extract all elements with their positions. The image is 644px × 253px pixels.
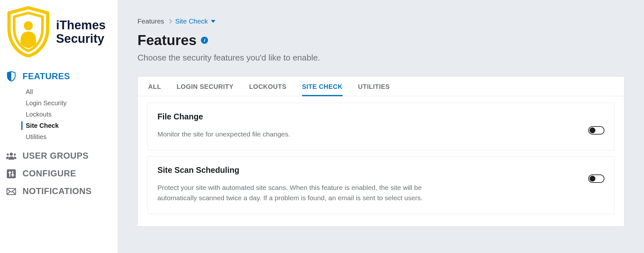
shield-icon: [6, 71, 17, 82]
brand-line2: Security: [56, 32, 106, 46]
breadcrumb-root[interactable]: Features: [137, 17, 164, 25]
brand-logo: iThemes Security: [6, 4, 112, 67]
breadcrumb-current-label: Site Check: [175, 17, 208, 25]
page-subtitle: Choose the security features you'd like …: [137, 53, 634, 63]
brand-line1: iThemes: [56, 19, 106, 32]
sliders-icon: [6, 169, 17, 178]
svg-point-1: [10, 153, 13, 156]
toggle-knob: [590, 176, 595, 182]
sidebar-item-lockouts[interactable]: Lockouts: [26, 109, 112, 120]
nav-section-configure[interactable]: CONFIGURE: [6, 165, 112, 183]
card-file-change: File Change Monitor the site for unexpec…: [147, 103, 614, 150]
main-content: Features Site Check Features i Choose th…: [118, 0, 644, 253]
brand-name: iThemes Security: [56, 19, 106, 46]
nav-section-label: CONFIGURE: [23, 169, 76, 179]
tab-site-check[interactable]: SITE CHECK: [302, 77, 343, 96]
toggle-knob: [590, 127, 595, 133]
svg-point-3: [14, 153, 16, 155]
features-sublist: All Login Security Lockouts Site Check U…: [6, 86, 112, 143]
card-title: Site Scan Scheduling: [157, 165, 581, 175]
tab-lockouts[interactable]: LOCKOUTS: [249, 77, 286, 96]
nav-section-user-groups[interactable]: USER GROUPS: [6, 147, 112, 165]
svg-rect-7: [8, 172, 11, 173]
feature-cards: File Change Monitor the site for unexpec…: [138, 96, 624, 226]
page-header: Features i: [137, 32, 634, 48]
breadcrumb: Features Site Check: [137, 17, 634, 25]
tab-all[interactable]: ALL: [148, 77, 161, 96]
sidebar-item-login-security[interactable]: Login Security: [26, 98, 112, 109]
sidebar-item-utilities[interactable]: Utilities: [26, 131, 112, 143]
sidebar-item-all[interactable]: All: [26, 86, 112, 98]
page-title: Features: [137, 32, 196, 48]
card-description: Protect your site with automated site sc…: [157, 183, 460, 203]
svg-rect-6: [12, 171, 13, 177]
features-panel: ALL LOGIN SECURITY LOCKOUTS SITE CHECK U…: [137, 76, 624, 227]
breadcrumb-current[interactable]: Site Check: [175, 17, 216, 25]
nav-section-label: NOTIFICATIONS: [23, 186, 91, 196]
tab-login-security[interactable]: LOGIN SECURITY: [176, 77, 233, 96]
envelope-icon: [6, 188, 17, 195]
svg-rect-8: [11, 174, 14, 175]
card-description: Monitor the site for unexpected file cha…: [157, 129, 460, 140]
card-body: Site Scan Scheduling Protect your site w…: [157, 165, 581, 203]
users-icon: [6, 152, 17, 161]
nav-section-features[interactable]: FEATURES: [6, 67, 112, 86]
tab-bar: ALL LOGIN SECURITY LOCKOUTS SITE CHECK U…: [138, 77, 624, 96]
info-icon[interactable]: i: [201, 37, 208, 44]
nav-section-label: FEATURES: [23, 71, 70, 81]
card-title: File Change: [157, 112, 581, 121]
caret-down-icon: [211, 20, 215, 23]
card-body: File Change Monitor the site for unexpec…: [157, 112, 581, 140]
chevron-right-icon: [167, 19, 172, 23]
shield-logo-icon: [6, 6, 51, 59]
card-site-scan-scheduling: Site Scan Scheduling Protect your site w…: [147, 156, 614, 214]
svg-rect-5: [9, 171, 10, 177]
svg-point-2: [7, 153, 9, 155]
sidebar: iThemes Security FEATURES All Login Secu…: [0, 0, 118, 253]
svg-rect-4: [7, 169, 16, 178]
nav-section-notifications[interactable]: NOTIFICATIONS: [6, 183, 112, 200]
sidebar-item-site-check[interactable]: Site Check: [26, 120, 112, 131]
toggle-file-change[interactable]: [588, 126, 604, 135]
tab-utilities[interactable]: UTILITIES: [358, 77, 390, 96]
svg-point-0: [24, 21, 33, 30]
nav-section-label: USER GROUPS: [23, 151, 89, 161]
toggle-site-scan-scheduling[interactable]: [588, 174, 604, 183]
